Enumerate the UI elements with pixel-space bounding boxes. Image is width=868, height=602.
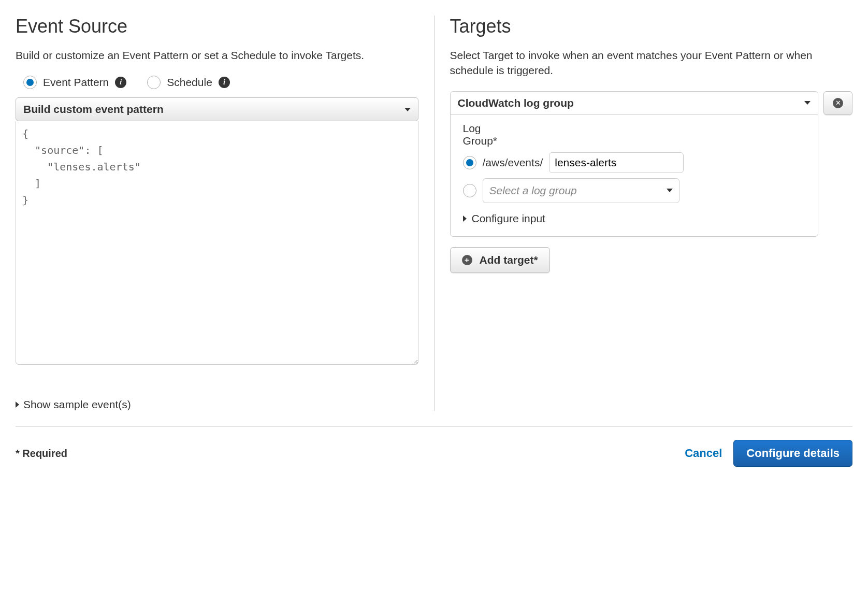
configure-input-toggle[interactable]: Configure input: [463, 212, 806, 225]
footer: * Required Cancel Configure details: [16, 426, 852, 467]
chevron-down-icon: [404, 108, 411, 111]
targets-heading: Targets: [450, 16, 853, 37]
radio-schedule[interactable]: Schedule i: [147, 76, 230, 89]
log-group-new-option[interactable]: /aws/events/: [463, 152, 806, 173]
target-type-dropdown[interactable]: CloudWatch log group: [451, 92, 818, 115]
info-icon[interactable]: i: [115, 77, 126, 88]
log-group-existing-option[interactable]: Select a log group: [463, 178, 806, 203]
cancel-button[interactable]: Cancel: [685, 447, 722, 460]
close-icon: ✕: [833, 98, 843, 108]
show-sample-label: Show sample event(s): [23, 398, 131, 411]
log-group-prefix: /aws/events/: [483, 156, 543, 169]
radio-event-pattern[interactable]: Event Pattern i: [23, 76, 126, 89]
info-icon[interactable]: i: [219, 77, 230, 88]
event-source-heading: Event Source: [16, 16, 418, 37]
log-group-select-placeholder: Select a log group: [489, 184, 577, 197]
configure-details-button[interactable]: Configure details: [733, 440, 852, 467]
chevron-down-icon: [667, 189, 673, 192]
pattern-mode-label: Build custom event pattern: [23, 103, 164, 116]
caret-right-icon: [463, 216, 467, 222]
required-note: * Required: [16, 448, 67, 460]
log-group-label: Log Group*: [463, 122, 504, 147]
radio-schedule-label: Schedule: [167, 76, 212, 89]
radio-icon: [23, 76, 37, 89]
add-target-label: Add target*: [480, 254, 538, 266]
remove-target-button[interactable]: ✕: [823, 91, 852, 115]
radio-icon: [463, 184, 476, 197]
radio-event-pattern-label: Event Pattern: [43, 76, 109, 89]
targets-section: Targets Select Target to invoke when an …: [435, 16, 853, 411]
pattern-mode-dropdown[interactable]: Build custom event pattern: [16, 97, 418, 121]
log-group-name-input[interactable]: [549, 152, 684, 173]
target-type-label: CloudWatch log group: [458, 97, 574, 109]
chevron-down-icon: [804, 101, 811, 105]
target-card: CloudWatch log group Log Group* /aws/eve…: [450, 91, 853, 237]
radio-icon: [463, 156, 476, 169]
configure-input-label: Configure input: [472, 212, 545, 225]
plus-icon: +: [462, 255, 472, 265]
radio-icon: [147, 76, 161, 89]
log-group-select[interactable]: Select a log group: [483, 178, 679, 203]
caret-right-icon: [16, 402, 19, 408]
targets-subtitle: Select Target to invoke when an event ma…: [450, 48, 853, 78]
event-source-section: Event Source Build or customize an Event…: [16, 16, 435, 411]
add-target-button[interactable]: + Add target*: [450, 247, 550, 273]
event-source-subtitle: Build or customize an Event Pattern or s…: [16, 48, 418, 63]
event-pattern-editor[interactable]: [16, 121, 418, 365]
show-sample-events[interactable]: Show sample event(s): [16, 398, 418, 411]
